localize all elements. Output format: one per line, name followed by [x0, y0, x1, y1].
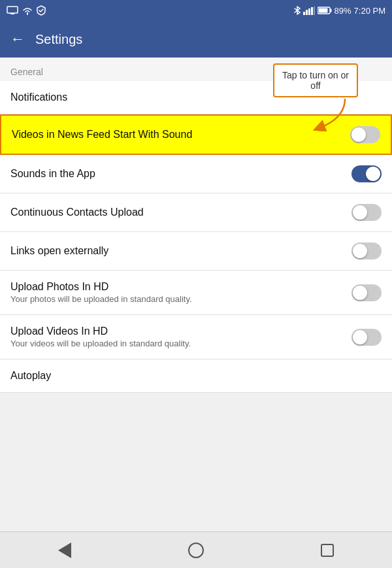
bottom-nav: [0, 531, 392, 568]
links-external-toggle[interactable]: [351, 242, 382, 259]
sounds-in-app-label: Sounds in the App: [10, 168, 95, 180]
time: 7:20 PM: [354, 6, 385, 16]
upload-videos-hd-sublabel: Your videos will be uploaded in standard…: [10, 339, 351, 348]
upload-photos-hd-toggle[interactable]: [351, 284, 382, 301]
contacts-upload-label: Continuous Contacts Upload: [10, 207, 144, 218]
signal-icon: [303, 7, 315, 15]
tooltip-box: Tap to turn on or off: [273, 63, 358, 97]
screen-icon: [7, 6, 18, 15]
battery-icon: [318, 7, 332, 14]
upload-videos-hd-toggle[interactable]: [351, 329, 382, 346]
settings-list: Notifications Videos in News Feed Start …: [0, 81, 392, 393]
bluetooth-icon: [294, 5, 301, 16]
sounds-in-app-toggle[interactable]: [351, 165, 382, 182]
status-bar: 89% 7:20 PM: [0, 0, 392, 21]
nav-back-button[interactable]: [58, 543, 71, 558]
contacts-upload-toggle[interactable]: [351, 204, 382, 221]
toggle-thumb: [353, 244, 367, 258]
settings-item-autoplay[interactable]: Autoplay: [0, 359, 392, 393]
tooltip-arrow-svg: [312, 99, 351, 131]
toggle-thumb: [353, 330, 367, 344]
notifications-label: Notifications: [10, 92, 67, 103]
autoplay-label: Autoplay: [10, 370, 51, 382]
upload-photos-hd-label: Upload Photos In HD: [10, 281, 351, 293]
battery-percent: 89%: [335, 6, 351, 16]
videos-news-feed-toggle[interactable]: [350, 126, 380, 143]
shield-icon: [37, 5, 46, 16]
svg-rect-3: [306, 10, 308, 15]
back-button[interactable]: ←: [10, 31, 25, 48]
upload-photos-hd-sublabel: Your photos will be uploaded in standard…: [10, 294, 351, 304]
svg-rect-9: [318, 8, 327, 13]
toggle-thumb: [366, 167, 380, 181]
svg-rect-5: [311, 7, 313, 15]
svg-rect-2: [303, 12, 305, 15]
main-content: General Notifications Videos in News Fee…: [0, 58, 392, 531]
svg-rect-4: [308, 8, 310, 15]
upload-videos-hd-label: Upload Videos In HD: [10, 326, 351, 337]
settings-item-upload-photos-hd[interactable]: Upload Photos In HD Your photos will be …: [0, 271, 392, 315]
toggle-thumb: [353, 205, 367, 220]
nav-home-button[interactable]: [188, 543, 204, 558]
videos-news-feed-label: Videos in News Feed Start With Sound: [12, 129, 192, 141]
toggle-thumb: [353, 286, 367, 300]
links-external-label: Links open externally: [10, 245, 108, 257]
settings-item-upload-videos-hd[interactable]: Upload Videos In HD Your videos will be …: [0, 315, 392, 359]
tooltip-container: Tap to turn on or off: [273, 63, 358, 97]
upload-photos-hd-text: Upload Photos In HD Your photos will be …: [10, 281, 351, 304]
app-bar: ← Settings: [0, 21, 392, 58]
wifi-icon: [22, 7, 33, 15]
svg-rect-8: [330, 9, 331, 12]
settings-item-videos-news-feed[interactable]: Videos in News Feed Start With Sound Tap…: [0, 114, 392, 155]
status-icons-left: [7, 5, 46, 16]
status-info-right: 89% 7:20 PM: [294, 5, 385, 16]
svg-rect-1: [10, 13, 14, 14]
settings-item-sounds-in-app[interactable]: Sounds in the App: [0, 155, 392, 193]
svg-rect-6: [314, 7, 315, 15]
upload-videos-hd-text: Upload Videos In HD Your videos will be …: [10, 326, 351, 348]
tooltip-text: Tap to turn on or off: [282, 70, 349, 91]
app-bar-title: Settings: [35, 32, 82, 47]
settings-item-contacts-upload[interactable]: Continuous Contacts Upload: [0, 193, 392, 232]
nav-recent-button[interactable]: [321, 544, 334, 557]
toggle-thumb: [351, 127, 366, 142]
settings-item-links-external[interactable]: Links open externally: [0, 232, 392, 271]
svg-rect-0: [7, 7, 18, 13]
